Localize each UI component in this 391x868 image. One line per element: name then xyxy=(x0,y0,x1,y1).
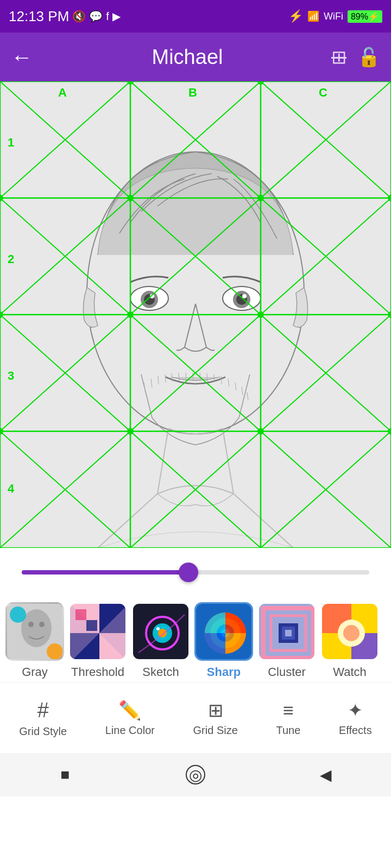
mute-icon: 🔇 xyxy=(72,10,86,23)
svg-point-66 xyxy=(28,622,34,627)
svg-point-9 xyxy=(242,294,247,298)
status-icons-area: ⚡ 📶 WiFi 89%⚡ xyxy=(288,9,382,23)
line-color-icon: ✏️ xyxy=(118,699,141,721)
svg-rect-90 xyxy=(285,630,292,636)
slider-thumb[interactable] xyxy=(179,563,198,582)
svg-rect-74 xyxy=(86,620,97,631)
facebook-icon: f xyxy=(106,10,109,23)
filter-thumb-threshold xyxy=(68,602,127,661)
grid-size-icon: ⊞ xyxy=(208,699,223,721)
tool-tune-label: Tune xyxy=(276,724,300,737)
filter-label-cluster: Cluster xyxy=(268,665,306,679)
filter-thumb-cluster xyxy=(257,602,316,661)
svg-point-95 xyxy=(343,625,360,641)
battery-icon: 89%⚡ xyxy=(348,10,382,23)
sketch-svg xyxy=(0,81,391,548)
grid-toggle-icon[interactable]: ⊞ xyxy=(331,46,346,68)
svg-point-68 xyxy=(10,607,26,623)
svg-point-5 xyxy=(150,294,154,298)
stop-icon: ■ xyxy=(61,766,70,783)
status-time: 12:13 PM xyxy=(9,8,69,25)
message-icon: 💬 xyxy=(89,10,103,23)
filter-strip: Gray Threshold xyxy=(0,597,391,682)
filter-item-threshold[interactable]: Threshold xyxy=(68,602,127,679)
filter-scroll-container: Gray Threshold xyxy=(0,602,384,679)
tool-effects-label: Effects xyxy=(339,724,372,737)
tune-icon: ≡ xyxy=(283,700,294,721)
filter-thumb-gray xyxy=(5,602,64,661)
wifi-icon: WiFi xyxy=(324,11,343,22)
page-title: Michael xyxy=(43,46,331,69)
tool-grid-style[interactable]: # Grid Style xyxy=(10,693,75,743)
svg-point-69 xyxy=(47,643,63,660)
slider-fill xyxy=(22,570,188,575)
grid-style-icon: # xyxy=(37,699,49,722)
image-canvas: A B C 1 2 3 4 xyxy=(0,81,391,548)
tool-grid-style-label: Grid Style xyxy=(19,725,67,738)
tool-line-color-label: Line Color xyxy=(105,724,155,737)
tool-effects[interactable]: ✦ Effects xyxy=(330,694,381,742)
filter-item-sharp[interactable]: Sharp xyxy=(194,602,253,679)
effects-icon: ✦ xyxy=(348,699,363,721)
header-actions: ⊞ 🔓 xyxy=(331,46,380,68)
svg-point-78 xyxy=(158,629,167,637)
back-button[interactable]: ← xyxy=(11,45,33,69)
lock-icon[interactable]: 🔓 xyxy=(357,46,380,68)
signal-icon: 📶 xyxy=(307,10,319,22)
filter-item-watch[interactable]: Watch xyxy=(320,602,379,679)
filter-label-sharp: Sharp xyxy=(207,665,241,679)
bottom-toolbar: # Grid Style ✏️ Line Color ⊞ Grid Size ≡… xyxy=(0,682,391,753)
filter-label-sketch: Sketch xyxy=(142,665,179,679)
svg-point-79 xyxy=(156,627,160,630)
tool-line-color[interactable]: ✏️ Line Color xyxy=(97,694,163,742)
home-icon: ◎ xyxy=(186,765,205,784)
filter-thumb-sketch xyxy=(131,602,190,661)
svg-point-67 xyxy=(39,622,45,627)
nav-bar: ■ ◎ ◀ xyxy=(0,753,391,796)
status-time-area: 12:13 PM 🔇 💬 f ▶ xyxy=(9,8,121,25)
youtube-icon: ▶ xyxy=(112,10,121,23)
filter-item-gray[interactable]: Gray xyxy=(5,602,64,679)
nav-back-button[interactable]: ◀ xyxy=(310,758,342,791)
back-nav-icon: ◀ xyxy=(320,766,332,784)
tool-tune[interactable]: ≡ Tune xyxy=(267,694,309,742)
nav-stop-button[interactable]: ■ xyxy=(49,758,81,791)
filter-thumb-watch xyxy=(320,602,379,661)
tool-grid-size[interactable]: ⊞ Grid Size xyxy=(185,694,247,742)
filter-label-gray: Gray xyxy=(22,665,48,679)
bluetooth-icon: ⚡ xyxy=(288,9,303,23)
filter-thumb-sharp xyxy=(194,602,253,661)
tool-grid-size-label: Grid Size xyxy=(193,724,238,737)
filter-item-sketch[interactable]: Sketch xyxy=(131,602,190,679)
svg-rect-73 xyxy=(75,609,86,620)
filter-label-watch: Watch xyxy=(333,665,367,679)
filter-item-cluster[interactable]: Cluster xyxy=(257,602,316,679)
slider-track[interactable] xyxy=(22,570,369,575)
slider-container xyxy=(0,548,391,597)
nav-home-button[interactable]: ◎ xyxy=(179,758,212,791)
header: ← Michael ⊞ 🔓 xyxy=(0,33,391,81)
filter-label-threshold: Threshold xyxy=(71,665,124,679)
status-bar: 12:13 PM 🔇 💬 f ▶ ⚡ 📶 WiFi 89%⚡ xyxy=(0,0,391,33)
